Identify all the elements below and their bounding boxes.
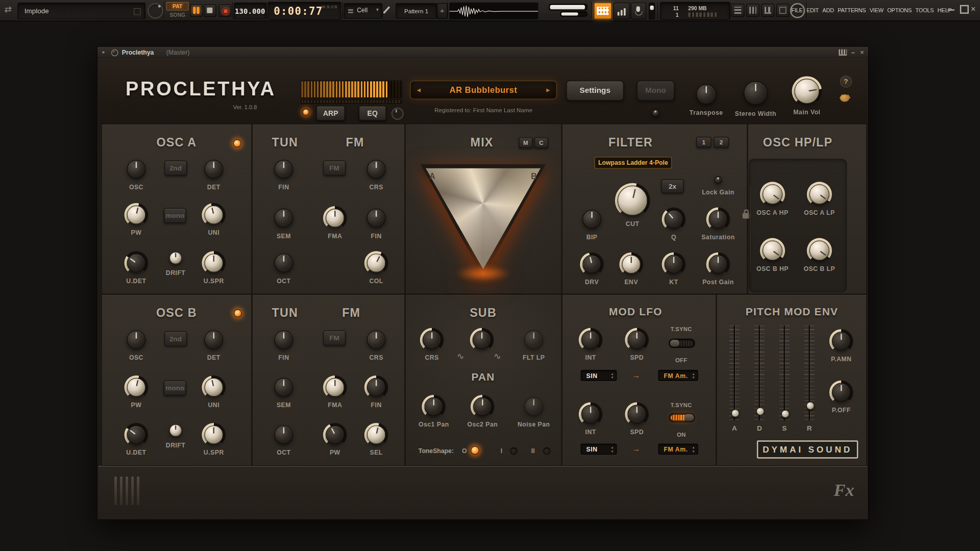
app-swap-icon[interactable]: ⇄ [5,5,12,15]
menu-edit[interactable]: EDIT [806,7,819,13]
osc-a-hp-knob[interactable]: OSC A HP [760,182,785,207]
metronome-volume-slider[interactable] [649,3,655,19]
menu-tools[interactable]: TOOLS [916,7,934,13]
time-panel[interactable]: 0:00:77 M:S:CS [267,2,341,20]
mix-c-button[interactable]: C [534,137,548,148]
plugin-minimize-icon[interactable]: – [851,47,855,58]
filter-q-knob[interactable]: Q [662,208,686,232]
fm-a-fma-knob[interactable]: FMA [323,206,347,230]
menu-patterns[interactable]: PATTERNS [838,7,866,13]
menu-view[interactable]: VIEW [870,7,884,13]
env-sustain-slider[interactable]: S [779,325,790,420]
tempo-panel[interactable]: 130.000 [234,3,266,19]
filter-cut-knob[interactable]: CUT [615,183,650,218]
filter-2-button[interactable]: 2 [714,137,728,147]
osc-b-2nd-button[interactable]: 2nd [164,331,187,346]
maximize-button[interactable] [960,5,969,14]
minimize-button[interactable] [947,9,954,10]
spinner-arrows-icon[interactable]: ▲▼ [610,372,614,379]
osc-b-osc-knob[interactable]: OSC [125,328,149,352]
add-pattern-button[interactable]: + [437,3,448,19]
plugin-close-icon[interactable]: × [860,47,864,58]
lfo1-int-knob[interactable]: INT [579,328,603,352]
fm-a-col-knob[interactable]: COL [364,251,388,275]
performance-monitor-button[interactable] [613,3,630,19]
osc-a-2nd-button[interactable]: 2nd [164,161,187,176]
preset-next-icon[interactable]: ▸ [546,86,550,94]
header-mini-knob[interactable] [649,107,662,119]
tempo-value[interactable]: 130.000 [234,7,265,15]
lfo2-int-knob[interactable]: INT [579,403,603,427]
menu-file[interactable]: FILE [791,7,802,13]
lfo1-tsync-toggle[interactable] [669,339,695,348]
pattern-selector[interactable]: Pattern 1 [396,3,437,19]
stop-button[interactable] [204,5,216,17]
lfo1-dest-select[interactable]: FM Am. ▲▼ [658,370,698,381]
spinner-arrows-icon[interactable]: ▲▼ [692,372,695,379]
osc-b-uspr-knob[interactable]: U.SPR [202,423,226,447]
mono-button[interactable]: Mono [637,81,674,101]
osc2-pan-knob[interactable]: Osc2 Pan [471,395,495,419]
plugin-icon[interactable] [111,49,118,56]
resize-grip[interactable] [114,477,142,508]
main-vol-knob[interactable]: Main Vol [792,76,822,106]
pat-mode[interactable]: PAT [166,2,189,11]
settings-button[interactable]: Settings [566,81,624,101]
fm-a-crs-knob[interactable]: CRS [364,158,388,182]
osc-b-det-knob[interactable]: DET [202,328,226,352]
transpose-knob[interactable]: Transpose [694,82,719,107]
tun-b-sem-knob[interactable]: SEM [272,375,296,399]
mix-xy-pad[interactable]: A B [421,164,546,277]
fm-a-button[interactable]: FM [323,161,346,176]
menu-add[interactable]: ADD [822,7,834,13]
close-button[interactable]: × [971,4,976,14]
osc-a-pw-knob[interactable]: PW [125,203,149,227]
pat-song-toggle[interactable]: PAT SONG [166,2,189,19]
fm-b-fin-knob[interactable]: FIN [364,375,388,399]
osc-a-osc-knob[interactable]: OSC [125,158,149,182]
tun-b-oct-knob[interactable]: OCT [272,423,296,447]
filter-1-button[interactable]: 1 [696,137,711,147]
keyboard-toggle-icon[interactable] [839,49,847,56]
fm-b-pw-knob[interactable]: PW [323,423,347,447]
osc-a-drift-knob[interactable]: DRIFT [167,249,184,267]
env-decay-slider[interactable]: D [754,325,765,420]
p-amn-knob[interactable]: P.AMN [829,329,853,353]
fm-b-crs-knob[interactable]: CRS [364,328,388,352]
filter-drv-knob[interactable]: DRV [580,253,604,277]
filter-2x-button[interactable]: 2x [662,179,684,193]
fm-b-button[interactable]: FM [323,331,346,345]
stereo-width-knob[interactable]: Stereo Width [741,79,770,107]
osc-a-uni-knob[interactable]: UNI [202,203,226,227]
pause-button[interactable] [190,5,202,17]
osc-b-hp-knob[interactable]: OSC B HP [760,238,785,263]
filter-env-knob[interactable]: ENV [619,253,643,277]
lfo2-wave-select[interactable]: SIN ▲▼ [581,443,617,455]
lfo2-spd-knob[interactable]: SPD [625,403,649,427]
filter-post-gain-knob[interactable]: Post Gain [706,253,730,277]
filter-bip-knob[interactable]: BIP [580,208,604,232]
osc-b-uni-knob[interactable]: UNI [202,375,226,399]
playlist-button[interactable] [731,4,745,17]
filter-lock-gain-knob[interactable]: Lock Gain [712,173,724,186]
cell-selector[interactable]: Cell ▾ [344,3,382,19]
osc-b-led[interactable] [234,309,242,317]
piano-roll-button[interactable] [746,4,760,17]
lfo2-tsync-toggle[interactable] [669,413,695,422]
fm-b-sel-knob[interactable]: SEL [364,423,388,447]
lfo1-wave-select[interactable]: SIN ▲▼ [581,370,617,381]
mixer-button[interactable] [761,4,774,17]
arp-led[interactable] [303,109,309,115]
tun-a-oct-knob[interactable]: OCT [272,251,296,275]
mix-m-button[interactable]: M [519,137,532,148]
p-off-knob[interactable]: P.OFF [829,381,853,405]
osc-a-uspr-knob[interactable]: U.SPR [202,251,226,275]
filter-saturation-knob[interactable]: Saturation [706,208,730,232]
osc1-pan-knob[interactable]: Osc1 Pan [422,395,446,419]
menu-options[interactable]: OPTIONS [887,7,912,13]
osc-a-mono-button[interactable]: mono [164,208,186,223]
env-attack-slider[interactable]: A [729,325,740,420]
preset-selector[interactable]: ◂ AR Bubbleburst ▸ [410,81,557,99]
fm-a-fin-knob[interactable]: FIN [364,206,388,230]
toneshape-o-led[interactable] [471,446,479,455]
